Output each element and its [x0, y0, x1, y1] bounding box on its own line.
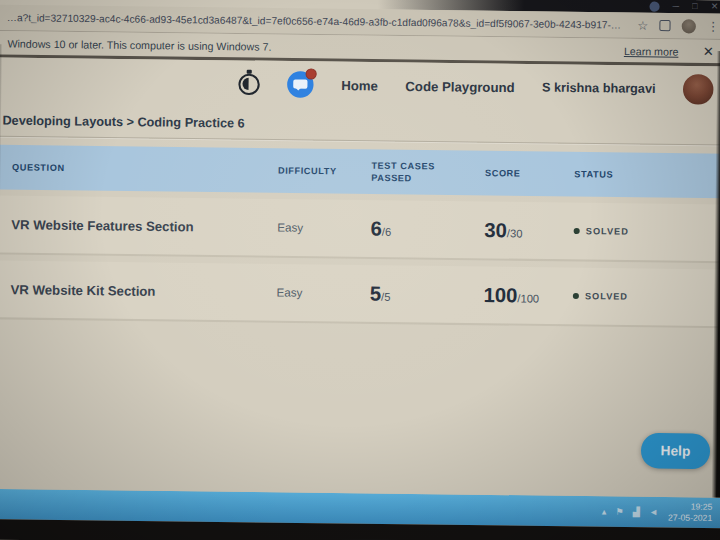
learn-more-link[interactable]: Learn more [624, 44, 679, 57]
clock-date: 27-05-2021 [668, 512, 712, 523]
test-cases-cell: 6/6 [371, 217, 485, 242]
browser-avatar-icon[interactable] [682, 19, 696, 33]
extension-icon[interactable] [659, 20, 670, 31]
clock-time: 19:25 [691, 501, 713, 511]
url-input[interactable]: …a?t_id=32710329-ac4c-4c66-ad93-45e1cd3a… [7, 12, 626, 31]
score-value: 100 [483, 283, 517, 306]
solved-dot-icon [573, 293, 579, 299]
notification-badge [306, 68, 317, 79]
score-total: /100 [517, 292, 539, 304]
network-icon[interactable]: ▟ [633, 507, 640, 517]
score-cell: 100/100 [483, 283, 573, 307]
test-cases-cell: 5/5 [370, 282, 484, 307]
col-test-cases: TEST CASES PASSED [371, 159, 444, 185]
score-total: /30 [507, 227, 523, 239]
question-title: VR Website Kit Section [10, 281, 276, 299]
action-center-flag-icon[interactable]: ⚑ [615, 507, 623, 517]
breadcrumb-text: Developing Layouts > Coding Practice 6 [2, 113, 244, 130]
passed-count: 6 [371, 217, 383, 239]
passed-total: /6 [382, 225, 391, 237]
col-difficulty: DIFFICULTY [278, 165, 371, 176]
timer-icon[interactable] [239, 73, 261, 95]
status-badge: SOLVED [574, 226, 686, 238]
solved-dot-icon [574, 228, 580, 234]
bookmark-star-icon[interactable]: ☆ [637, 19, 648, 31]
col-score: SCORE [485, 168, 574, 179]
maximize-icon[interactable]: □ [692, 2, 698, 11]
user-name[interactable]: S krishna bhargavi [542, 80, 656, 96]
infobar-message: Windows 10 or later. This computer is us… [7, 37, 624, 57]
passed-count: 5 [370, 282, 382, 304]
chat-icon[interactable] [287, 71, 314, 98]
help-button[interactable]: Help [641, 433, 710, 469]
avatar[interactable] [683, 74, 714, 105]
hidden-icons-arrow-icon[interactable]: ▴ [602, 506, 607, 516]
nav-home[interactable]: Home [341, 77, 378, 93]
col-question: QUESTION [12, 162, 278, 175]
browser-profile-icon[interactable] [649, 1, 659, 11]
browser-menu-icon[interactable]: ⋮ [707, 20, 719, 32]
nav-code-playground[interactable]: Code Playground [405, 78, 514, 95]
laptop-screen: ─ □ ✕ …a?t_id=32710329-ac4c-4c66-ad93-45… [0, 0, 720, 540]
score-cell: 30/30 [484, 218, 574, 242]
volume-icon[interactable]: ◄ [649, 507, 658, 517]
col-status: STATUS [574, 169, 686, 181]
difficulty-value: Easy [277, 221, 371, 234]
question-title: VR Website Features Section [11, 217, 277, 235]
minimize-icon[interactable]: ─ [672, 2, 679, 11]
status-badge: SOLVED [573, 291, 685, 303]
difficulty-value: Easy [276, 286, 370, 299]
infobar-close-icon[interactable]: ✕ [703, 44, 714, 59]
system-tray: ▴ ⚑ ▟ ◄ [602, 506, 658, 517]
table-header: QUESTION DIFFICULTY TEST CASES PASSED SC… [0, 145, 720, 199]
table-row[interactable]: VR Website Features Section Easy 6/6 30/… [0, 196, 720, 264]
status-text: SOLVED [586, 226, 629, 237]
taskbar-clock[interactable]: 19:25 27-05-2021 [668, 501, 712, 524]
score-value: 30 [484, 218, 507, 241]
page-content: Home Code Playground S krishna bhargavi … [0, 57, 720, 497]
passed-total: /5 [381, 290, 390, 302]
table-row[interactable]: VR Website Kit Section Easy 5/5 100/100 … [0, 260, 720, 328]
close-window-icon[interactable]: ✕ [711, 2, 719, 11]
status-text: SOLVED [585, 291, 628, 302]
